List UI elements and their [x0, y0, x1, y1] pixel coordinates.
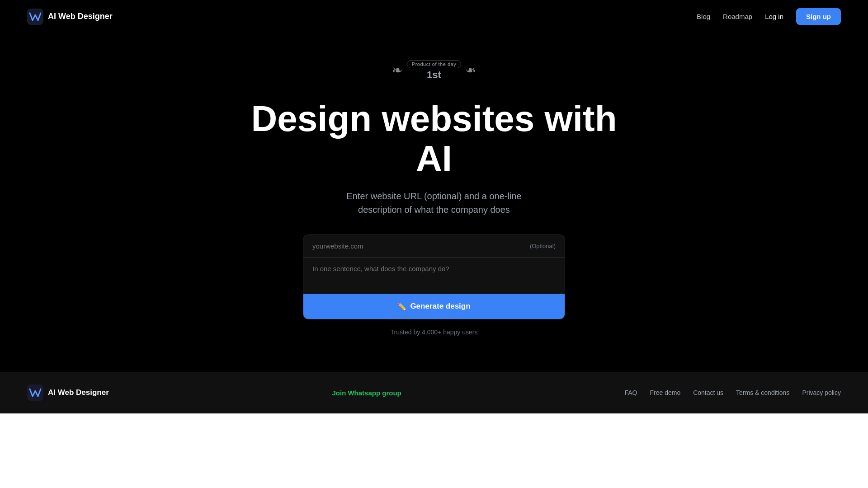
- url-input[interactable]: [312, 242, 530, 250]
- navbar: AI Web Designer Blog Roadmap Log in Sign…: [0, 0, 868, 33]
- url-input-wrapper: (Optional): [303, 235, 565, 258]
- hero-section: ❧ Product of the day 1st ❧ Design websit…: [0, 33, 868, 372]
- nav-links: Blog Roadmap Log in Sign up: [697, 8, 841, 25]
- svg-rect-1: [27, 385, 43, 401]
- hero-subtitle-line2: description of what the company does: [358, 205, 510, 215]
- badge-label: Product of the day: [407, 60, 461, 68]
- hero-subtitle-line1: Enter website URL (optional) and a one-l…: [346, 191, 521, 201]
- badge-text: Product of the day 1st: [407, 60, 461, 81]
- pencil-icon: ✏️: [397, 302, 406, 311]
- footer-privacy-link[interactable]: Privacy policy: [802, 389, 841, 396]
- nav-roadmap-link[interactable]: Roadmap: [723, 13, 752, 20]
- nav-logo-text: AI Web Designer: [48, 12, 113, 21]
- hero-subtitle: Enter website URL (optional) and a one-l…: [346, 189, 521, 216]
- footer-free-demo-link[interactable]: Free demo: [650, 389, 680, 396]
- footer-terms-link[interactable]: Terms & conditions: [736, 389, 789, 396]
- url-optional-label: (Optional): [530, 243, 556, 249]
- badge-rank: 1st: [427, 69, 441, 81]
- svg-rect-0: [27, 9, 43, 25]
- nav-logo[interactable]: AI Web Designer: [27, 9, 113, 25]
- bottom-white-area: [0, 413, 868, 488]
- footer-logo-text: AI Web Designer: [48, 388, 109, 397]
- trust-text: Trusted by 4,000+ happy users: [391, 328, 478, 336]
- laurel-right-icon: ❧: [466, 64, 476, 77]
- description-textarea[interactable]: [303, 258, 565, 294]
- footer-links: FAQ Free demo Contact us Terms & conditi…: [624, 389, 841, 396]
- nav-signup-button[interactable]: Sign up: [796, 8, 841, 25]
- generate-button-label: Generate design: [410, 302, 470, 311]
- laurel-left-icon: ❧: [392, 64, 402, 77]
- footer-logo: AI Web Designer: [27, 385, 109, 401]
- whatsapp-link[interactable]: Join Whatsapp group: [332, 389, 401, 397]
- hero-form: (Optional) ✏️ Generate design: [303, 235, 565, 319]
- footer-contact-link[interactable]: Contact us: [693, 389, 723, 396]
- footer: AI Web Designer Join Whatsapp group FAQ …: [0, 372, 868, 413]
- footer-logo-icon: [27, 385, 43, 401]
- nav-logo-icon: [27, 9, 43, 25]
- nav-login-button[interactable]: Log in: [765, 13, 783, 20]
- nav-blog-link[interactable]: Blog: [697, 13, 710, 20]
- product-badge: ❧ Product of the day 1st ❧: [392, 60, 476, 81]
- generate-button[interactable]: ✏️ Generate design: [303, 294, 565, 319]
- hero-title: Design websites with AI: [231, 99, 637, 178]
- footer-faq-link[interactable]: FAQ: [624, 389, 637, 396]
